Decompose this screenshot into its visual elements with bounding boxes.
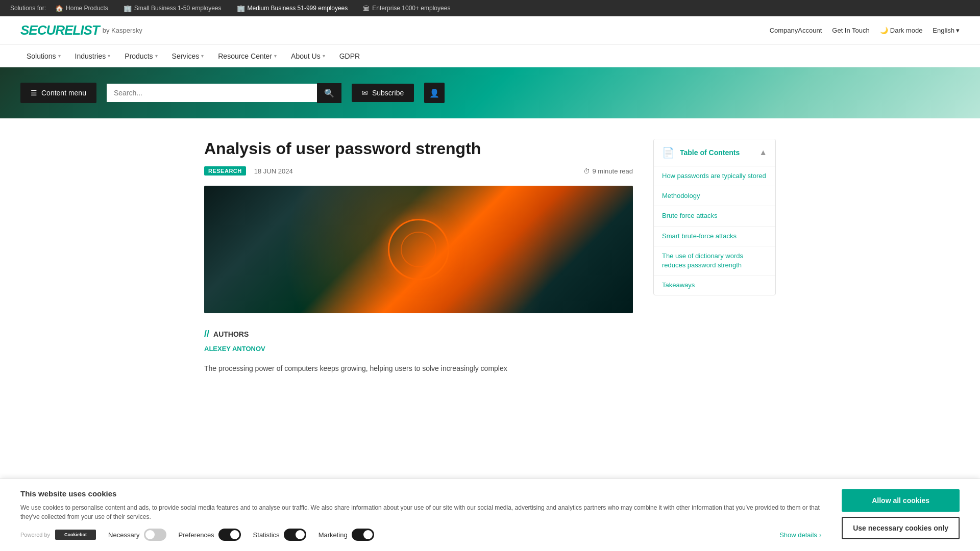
- search-button[interactable]: 🔍: [317, 83, 341, 103]
- header: SECURELIST by Kaspersky CompanyAccount G…: [0, 16, 980, 45]
- toc-link-0[interactable]: How passwords are typically stored: [654, 166, 775, 186]
- language-label: English: [933, 27, 954, 34]
- language-selector[interactable]: English ▾: [933, 27, 960, 34]
- article-intro: The processing power of computers keeps …: [204, 363, 633, 374]
- author-name-link[interactable]: ALEXEY ANTONOV: [204, 345, 265, 353]
- nav-solutions-arrow: ▾: [58, 53, 61, 59]
- top-link-home[interactable]: 🏠 Home Products: [49, 0, 114, 16]
- content-menu-label: Content menu: [41, 89, 86, 97]
- toc-header: 📄 Table of Contents ▲: [654, 139, 775, 166]
- nav-gdpr[interactable]: GDPR: [333, 45, 366, 67]
- toc-link-5[interactable]: Takeaways: [654, 276, 775, 295]
- article-hero-image: [204, 186, 633, 313]
- research-badge: RESEARCH: [204, 166, 246, 176]
- top-link-enterprise[interactable]: 🏛 Enterprise 1000+ employees: [357, 0, 456, 16]
- toc-document-icon: 📄: [662, 146, 675, 159]
- nav-about-us[interactable]: About Us ▾: [285, 45, 331, 67]
- top-link-medium-biz-label: Medium Business 51-999 employees: [248, 5, 348, 12]
- toc-link-1[interactable]: Methodology: [654, 186, 775, 206]
- envelope-icon: ✉: [362, 89, 368, 97]
- nav-resource-center-label: Resource Center: [218, 52, 272, 60]
- toc-link-3[interactable]: Smart brute-force attacks: [654, 227, 775, 246]
- article-meta: RESEARCH 18 JUN 2024 ⏱ 9 minute read: [204, 166, 633, 176]
- search-icon: 🔍: [324, 89, 334, 97]
- main-content: Analysis of user password strength RESEA…: [184, 118, 796, 395]
- nav-services-label: Services: [172, 52, 200, 60]
- authors-slash-icon: //: [204, 329, 209, 339]
- logo-securelist: SECURELIST: [20, 22, 100, 38]
- nav-industries[interactable]: Industries ▾: [69, 45, 117, 67]
- enterprise-icon: 🏛: [363, 5, 370, 12]
- home-icon: 🏠: [55, 5, 63, 12]
- authors-label: AUTHORS: [213, 330, 249, 338]
- nav-about-us-label: About Us: [291, 52, 321, 60]
- article-date: 18 JUN 2024: [254, 167, 293, 175]
- small-biz-icon: 🏢: [124, 5, 132, 12]
- nav-products-label: Products: [125, 52, 153, 60]
- top-link-enterprise-label: Enterprise 1000+ employees: [372, 5, 450, 12]
- get-in-touch-link[interactable]: Get In Touch: [832, 27, 869, 34]
- search-input[interactable]: [107, 84, 317, 102]
- nav-resource-center[interactable]: Resource Center ▾: [212, 45, 283, 67]
- search-bar: 🔍: [107, 83, 341, 103]
- top-link-medium-biz[interactable]: 🏢 Medium Business 51-999 employees: [231, 0, 354, 16]
- top-bar: Solutions for: 🏠 Home Products 🏢 Small B…: [0, 0, 980, 16]
- subscribe-button[interactable]: ✉ Subscribe: [352, 84, 414, 102]
- clock-icon: ⏱: [583, 167, 590, 175]
- read-time-label: 9 minute read: [593, 167, 633, 175]
- dark-mode-label: Dark mode: [890, 27, 923, 34]
- nav-solutions[interactable]: Solutions ▾: [20, 45, 67, 67]
- moon-icon: 🌙: [880, 27, 888, 34]
- toc-title: Table of Contents: [680, 148, 740, 157]
- top-link-small-biz-label: Small Business 1-50 employees: [134, 5, 222, 12]
- nav-gdpr-label: GDPR: [339, 52, 360, 60]
- top-link-small-biz[interactable]: 🏢 Small Business 1-50 employees: [117, 0, 228, 16]
- article-title: Analysis of user password strength: [204, 139, 633, 158]
- nav-solutions-label: Solutions: [27, 52, 56, 60]
- chevron-down-icon: ▾: [956, 27, 960, 34]
- top-link-home-label: Home Products: [66, 5, 108, 12]
- nav-about-us-arrow: ▾: [323, 53, 325, 59]
- nav-services-arrow: ▾: [201, 53, 204, 59]
- authors-heading: // AUTHORS: [204, 329, 633, 339]
- header-right: CompanyAccount Get In Touch 🌙 Dark mode …: [770, 27, 960, 34]
- toc-collapse-button[interactable]: ▲: [759, 148, 767, 157]
- hamburger-icon: ☰: [31, 89, 37, 97]
- toc-title-row: 📄 Table of Contents: [662, 146, 740, 159]
- nav-products-arrow: ▾: [155, 53, 158, 59]
- toc-link-4[interactable]: The use of dictionary words reduces pass…: [654, 246, 775, 276]
- nav-services[interactable]: Services ▾: [166, 45, 210, 67]
- nav-resource-center-arrow: ▾: [274, 53, 277, 59]
- dark-mode-button[interactable]: 🌙 Dark mode: [880, 27, 923, 34]
- table-of-contents: 📄 Table of Contents ▲ How passwords are …: [653, 139, 776, 295]
- user-account-button[interactable]: 👤: [424, 83, 445, 103]
- article: Analysis of user password strength RESEA…: [204, 139, 633, 374]
- nav-industries-arrow: ▾: [108, 53, 110, 59]
- toc-link-2[interactable]: Brute force attacks: [654, 206, 775, 226]
- authors-section: // AUTHORS ALEXEY ANTONOV: [204, 329, 633, 353]
- sidebar: 📄 Table of Contents ▲ How passwords are …: [653, 139, 776, 374]
- medium-biz-icon: 🏢: [237, 5, 245, 12]
- user-icon: 👤: [429, 89, 439, 97]
- logo[interactable]: SECURELIST by Kaspersky: [20, 22, 142, 38]
- logo-by: by Kaspersky: [103, 27, 142, 34]
- hero-bar: ☰ Content menu 🔍 ✉ Subscribe 👤: [0, 67, 980, 118]
- solutions-label: Solutions for:: [10, 5, 46, 12]
- subscribe-label: Subscribe: [372, 89, 404, 97]
- content-menu-button[interactable]: ☰ Content menu: [20, 83, 96, 103]
- company-account-link[interactable]: CompanyAccount: [770, 27, 822, 34]
- main-nav: Solutions ▾ Industries ▾ Products ▾ Serv…: [0, 45, 980, 67]
- nav-products[interactable]: Products ▾: [118, 45, 163, 67]
- read-time: ⏱ 9 minute read: [583, 167, 633, 175]
- nav-industries-label: Industries: [75, 52, 106, 60]
